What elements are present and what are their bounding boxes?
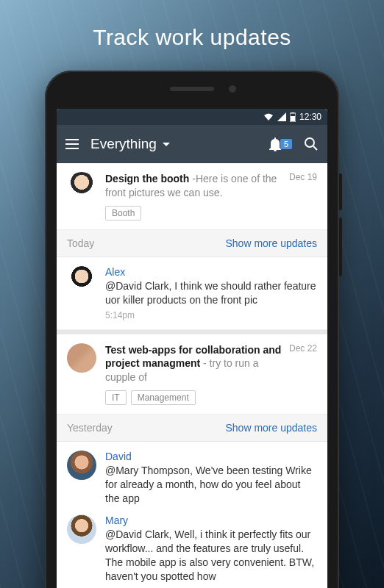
comment-text: @David Clark, I think we should rather f… [105, 279, 317, 307]
avatar [67, 451, 96, 480]
search-icon[interactable] [304, 137, 319, 151]
comment-author: David [105, 451, 317, 462]
section-header: Today Show more updates [57, 230, 327, 257]
section-header: Yesterday Show more updates [57, 415, 327, 442]
task-date: Dec 22 [289, 343, 317, 354]
feed-task-item[interactable]: Design the booth -Here is one of the fro… [57, 163, 327, 230]
tag[interactable]: Management [131, 390, 196, 405]
avatar [67, 343, 96, 373]
comment-item[interactable]: David @Mary Thompson, We've been testing… [57, 442, 327, 510]
tag[interactable]: Booth [105, 206, 141, 220]
task-title: Test web-apps for collaboration and proj… [105, 343, 283, 385]
task-title: Design the booth -Here is one of the fro… [105, 172, 283, 200]
battery-icon [290, 112, 296, 122]
phone-frame: 12:30 Everything 5 Design the booth -H [45, 71, 339, 588]
svg-rect-2 [291, 116, 295, 121]
svg-rect-1 [291, 112, 294, 113]
comment-time: 5:14pm [105, 310, 317, 320]
feed-task-item[interactable]: Test web-apps for collaboration and proj… [57, 334, 327, 415]
screen: 12:30 Everything 5 Design the booth -H [57, 109, 327, 588]
chevron-down-icon [163, 143, 170, 146]
section-label: Today [67, 237, 94, 249]
signal-icon [277, 112, 286, 121]
avatar [67, 514, 96, 544]
comment-text: @David Clark, Well, i think it perfectly… [105, 528, 317, 584]
svg-line-4 [313, 146, 317, 150]
status-bar: 12:30 [57, 109, 327, 125]
menu-icon[interactable] [65, 139, 79, 149]
notification-badge: 5 [280, 139, 292, 149]
svg-point-3 [305, 138, 314, 147]
notifications-button[interactable]: 5 [269, 137, 292, 151]
comment-author: Mary [105, 514, 317, 526]
comment-text: @Mary Thompson, We've been testing Wrike… [105, 464, 317, 506]
comment-item[interactable]: Alex @David Clark, I think we should rat… [57, 257, 327, 330]
avatar [67, 266, 96, 295]
feed-content: Design the booth -Here is one of the fro… [57, 163, 327, 588]
comment-author: Alex [105, 266, 317, 278]
page-title: Track work updates [0, 0, 384, 50]
app-bar: Everything 5 [57, 125, 327, 163]
status-time: 12:30 [299, 112, 321, 122]
task-date: Dec 19 [289, 172, 317, 182]
comment-item[interactable]: Mary @David Clark, Well, i think it perf… [57, 510, 327, 588]
avatar [67, 172, 96, 201]
show-more-link[interactable]: Show more updates [225, 237, 317, 249]
show-more-link[interactable]: Show more updates [225, 422, 317, 434]
app-bar-title[interactable]: Everything [90, 136, 257, 152]
section-label: Yesterday [67, 422, 113, 434]
wifi-icon [263, 112, 274, 121]
tag[interactable]: IT [105, 390, 127, 405]
app-bar-title-text: Everything [90, 136, 157, 152]
